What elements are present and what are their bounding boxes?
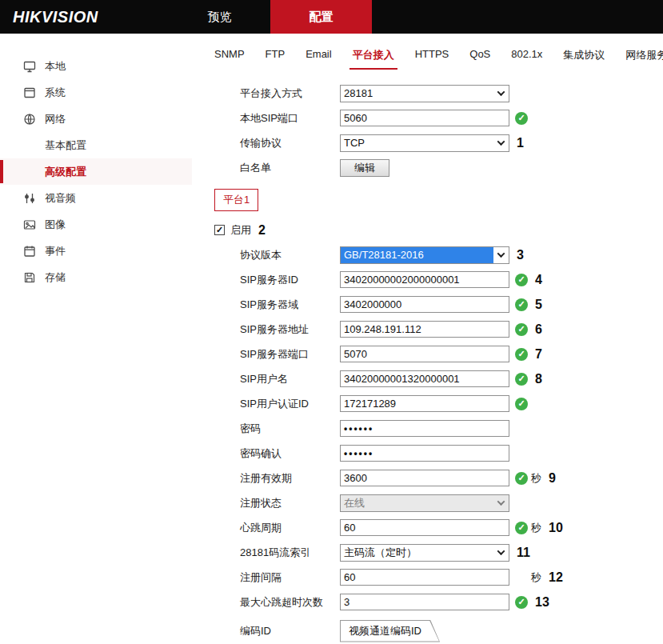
field-label: 心跳周期	[240, 521, 340, 535]
unit-label: 秒	[531, 471, 541, 486]
sidebar-item-label: 基本配置	[45, 138, 86, 153]
sidebar-item-label: 高级配置	[45, 165, 86, 179]
top-nav-tab[interactable]: 配置	[270, 0, 372, 34]
chevron-down-icon	[493, 86, 509, 102]
content-tab[interactable]: Email	[295, 43, 342, 70]
field-label: 白名单	[240, 161, 340, 175]
field-label: 最大心跳超时次数	[240, 595, 340, 610]
content-tab[interactable]: FTP	[255, 43, 296, 70]
platform-tab[interactable]: 平台1	[214, 189, 258, 211]
sidebar-item-label: 系统	[45, 86, 66, 100]
form-row: SIP服务器ID34020000002000000001✓4	[240, 267, 663, 292]
form-row: 最大心跳超时次数3✓13	[240, 590, 663, 614]
annotation-number: 2	[258, 223, 266, 238]
sidebar-item[interactable]: 本地	[0, 53, 192, 79]
image-icon	[22, 218, 37, 232]
form-row: SIP用户名34020000001320000001✓8	[240, 366, 663, 391]
annotation-number: 10	[549, 521, 563, 535]
dropdown[interactable]: 在线	[340, 494, 509, 512]
password-input[interactable]: ••••••	[340, 420, 509, 437]
text-input[interactable]: 172171289	[340, 395, 509, 412]
field-label: 编码ID	[240, 624, 340, 638]
text-input[interactable]: 3402000000	[340, 296, 509, 313]
form-row: 白名单编辑	[240, 155, 663, 180]
field-label: 注册有效期	[240, 471, 340, 486]
form-row: 心跳周期60✓秒10	[240, 515, 663, 540]
annotation-number: 6	[535, 322, 542, 337]
top-nav: 预览配置	[169, 0, 372, 34]
text-input[interactable]: 34020000001320000001	[340, 370, 509, 387]
encode-id-chip[interactable]: 视频通道编码ID	[340, 620, 440, 642]
dropdown[interactable]: TCP	[340, 134, 509, 152]
field-label: 协议版本	[240, 248, 340, 262]
sidebar-item[interactable]: 系统	[0, 79, 192, 106]
text-input[interactable]: 60	[340, 569, 509, 586]
dropdown-value: 在线	[341, 495, 493, 511]
valid-check-icon: ✓	[515, 348, 528, 361]
annotation-number: 1	[517, 136, 524, 150]
sidebar-item[interactable]: 基本配置	[0, 132, 192, 158]
form-row: SIP服务器地址109.248.191.112✓6	[240, 317, 663, 342]
valid-check-icon: ✓	[515, 274, 528, 286]
valid-check-icon: ✓	[515, 298, 528, 311]
sidebar: 本地系统网络基本配置高级配置视音频图像事件存储	[0, 34, 192, 644]
text-input[interactable]: 60	[340, 519, 509, 536]
network-icon	[22, 112, 37, 126]
annotation-number: 13	[535, 595, 549, 610]
form-row: 平台接入方式28181	[240, 81, 663, 106]
sidebar-item[interactable]: 视音频	[0, 185, 192, 211]
sidebar-item[interactable]: 存储	[0, 264, 192, 290]
encode-id-chip-label: 视频通道编码ID	[341, 621, 439, 642]
form-row: 协议版本GB/T28181-20163	[240, 242, 663, 267]
top-nav-tab[interactable]: 预览	[169, 0, 270, 34]
sidebar-item-label: 视音频	[45, 191, 76, 206]
field-label: 28181码流索引	[240, 546, 340, 560]
form-row: 密码••••••	[240, 416, 663, 441]
enable-checkbox[interactable]: ✓	[214, 225, 225, 235]
valid-check-icon: ✓	[515, 472, 528, 485]
sidebar-item-label: 网络	[45, 112, 66, 126]
text-input[interactable]: 5060	[340, 110, 509, 126]
annotation-number: 7	[535, 347, 542, 362]
sidebar-item[interactable]: 图像	[0, 211, 192, 238]
valid-check-icon: ✓	[515, 522, 528, 534]
text-input[interactable]: 34020000002000000001	[340, 271, 509, 288]
form-row: ✓启用2	[214, 218, 663, 242]
form-row: 注册间隔60秒12	[240, 565, 663, 590]
sidebar-item[interactable]: 事件	[0, 238, 192, 264]
form-row: SIP服务器域3402000000✓5	[240, 292, 663, 317]
text-input[interactable]: 3	[340, 594, 509, 610]
field-label: SIP服务器ID	[240, 273, 340, 287]
field-label: SIP服务器域	[240, 298, 340, 312]
unit-label: 秒	[531, 521, 541, 535]
sidebar-item[interactable]: 高级配置	[0, 158, 192, 185]
field-label: 注册状态	[240, 496, 340, 510]
edit-button[interactable]: 编辑	[340, 159, 389, 177]
content-tab[interactable]: HTTPS	[405, 43, 460, 70]
valid-check-icon: ✓	[515, 112, 528, 125]
content-tab[interactable]: QoS	[459, 43, 501, 70]
content-tab[interactable]: 集成协议	[553, 43, 615, 70]
text-input[interactable]: 5070	[340, 346, 509, 362]
monitor-icon	[22, 59, 37, 74]
field-label: 本地SIP端口	[240, 111, 340, 126]
content-tab[interactable]: 802.1x	[501, 43, 553, 70]
dropdown[interactable]: GB/T28181-2016	[340, 246, 509, 264]
password-input[interactable]: ••••••	[340, 445, 509, 462]
dropdown-value: GB/T28181-2016	[341, 247, 493, 263]
text-input[interactable]: 3600	[340, 470, 509, 486]
content-tab[interactable]: SNMP	[204, 43, 255, 70]
dropdown[interactable]: 28181	[340, 85, 509, 102]
form-row: 注册状态在线	[240, 490, 663, 515]
tab-bar: SNMPFTPEmail平台接入HTTPSQoS802.1x集成协议网络服务	[192, 43, 663, 70]
content-tab[interactable]: 平台接入	[342, 43, 405, 70]
text-input[interactable]: 109.248.191.112	[340, 321, 509, 338]
field-label: SIP服务器端口	[240, 347, 340, 362]
top-bar: HIKVISION 预览配置	[0, 0, 663, 34]
content-tab[interactable]: 网络服务	[615, 43, 663, 70]
form: 平台接入方式28181本地SIP端口5060✓传输协议TCP1白名单编辑平台1✓…	[192, 70, 663, 643]
dropdown[interactable]: 主码流（定时）	[340, 544, 509, 562]
valid-check-icon: ✓	[515, 323, 528, 336]
valid-check-icon: ✓	[515, 373, 528, 386]
sidebar-item[interactable]: 网络	[0, 106, 192, 132]
